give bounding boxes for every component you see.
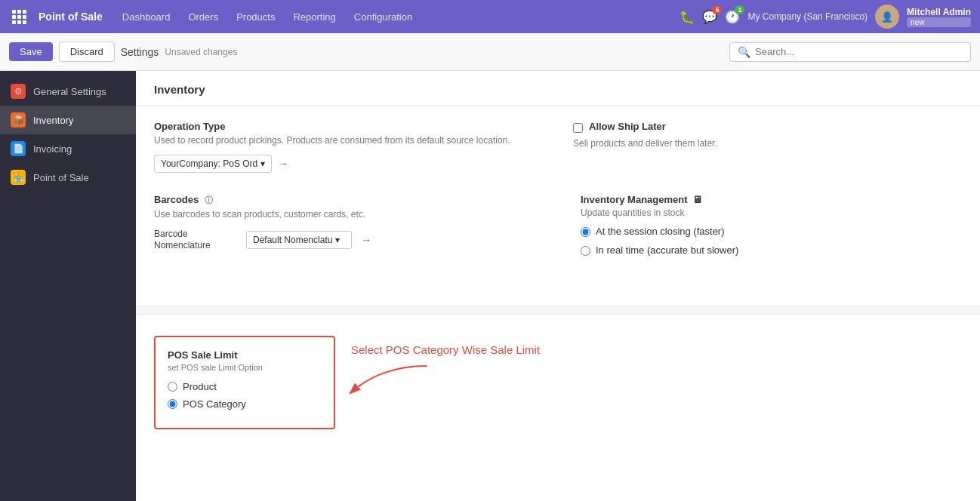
radio-real-time[interactable]: In real time (accurate but slower) <box>581 244 962 256</box>
nomenclature-chevron-icon: ▾ <box>335 235 340 245</box>
sidebar-item-label: Point of Sale <box>33 172 89 183</box>
radio-session-closing-label: At the session closing (faster) <box>596 226 725 237</box>
barcodes-label: Barcodes ⓘ <box>154 194 535 206</box>
barcodes-desc: Use barcodes to scan products, customer … <box>154 208 535 221</box>
general-settings-icon: ⚙ <box>11 84 26 99</box>
pos-sale-limit-section: POS Sale Limit set POS sale Limit Option… <box>136 321 980 444</box>
sidebar-item-label: Inventory <box>33 115 73 126</box>
sidebar-item-inventory[interactable]: 📦 Inventory <box>0 106 136 134</box>
bug-icon[interactable]: 🐛 <box>680 10 695 24</box>
top-nav: Point of Sale Dashboard Orders Products … <box>0 0 980 33</box>
radio-pos-category-input[interactable] <box>168 399 177 409</box>
dropdown-chevron-icon: ▾ <box>260 158 265 169</box>
annotation-container: Select POS Category Wise Sale Limit <box>336 362 434 407</box>
radio-real-time-input[interactable] <box>581 246 590 256</box>
settings-content: Operation Type Used to record product pi… <box>136 106 980 300</box>
operation-type-label: Operation Type <box>154 121 543 132</box>
col-allow-ship-later: Allow Ship Later Sell products and deliv… <box>573 121 962 173</box>
operation-type-field: YourCompany: PoS Ord ▾ → <box>154 155 543 173</box>
sub-toolbar: Save Discard Settings Unsaved changes 🔍 <box>0 33 980 71</box>
search-icon: 🔍 <box>738 46 750 58</box>
section-title: Inventory <box>136 71 980 106</box>
nav-brand[interactable]: Point of Sale <box>39 11 103 23</box>
col-inventory-management: Inventory Management 🖥 Update quantities… <box>566 194 962 263</box>
nav-item-orders[interactable]: Orders <box>180 8 226 26</box>
inv-mgmt-icon: 🖥 <box>692 194 702 205</box>
sidebar-item-pos[interactable]: 🏪 Point of Sale <box>0 163 136 192</box>
operation-type-desc: Used to record product pickings. Product… <box>154 134 543 147</box>
messages-badge: 5 <box>712 5 722 14</box>
radio-product-input[interactable] <box>168 382 177 392</box>
radio-real-time-label: In real time (accurate but slower) <box>596 244 738 256</box>
allow-ship-later-row: Allow Ship Later <box>573 121 962 134</box>
user-role-badge: new <box>907 17 971 27</box>
main-layout: ⚙ General Settings 📦 Inventory 📄 Invoici… <box>0 71 980 501</box>
nav-item-configuration[interactable]: Configuration <box>347 8 420 26</box>
inventory-icon: 📦 <box>11 112 26 128</box>
save-button[interactable]: Save <box>9 42 53 61</box>
sidebar-item-invoicing[interactable]: 📄 Invoicing <box>0 134 136 163</box>
content-area: Inventory Operation Type Used to record … <box>136 71 980 501</box>
barcode-nomenclature-label: Barcode Nomenclature <box>154 229 237 252</box>
operation-type-link-icon[interactable]: → <box>278 158 288 170</box>
search-box[interactable]: 🔍 <box>729 42 971 62</box>
col-barcodes: Barcodes ⓘ Use barcodes to scan products… <box>154 194 535 263</box>
operation-type-dropdown[interactable]: YourCompany: PoS Ord ▾ <box>154 155 272 173</box>
nav-item-products[interactable]: Products <box>229 8 282 26</box>
user-info[interactable]: Mitchell Admin new <box>907 7 971 27</box>
nomenclature-link-icon[interactable]: → <box>361 234 371 246</box>
pos-icon: 🏪 <box>11 170 26 185</box>
activity-badge: 1 <box>735 5 744 14</box>
apps-menu-icon[interactable] <box>9 7 29 27</box>
invoicing-icon: 📄 <box>11 141 26 156</box>
radio-pos-category-label: POS Category <box>183 398 246 410</box>
allow-ship-later-label: Allow Ship Later <box>589 121 666 132</box>
radio-product-label: Product <box>183 381 217 392</box>
settings-label: Settings <box>121 46 159 58</box>
barcodes-info-icon: ⓘ <box>205 195 213 204</box>
company-name[interactable]: My Company (San Francisco) <box>747 11 868 22</box>
annotation-arrow <box>336 362 434 407</box>
pos-sale-limit-box: POS Sale Limit set POS sale Limit Option… <box>154 336 335 429</box>
barcode-nomenclature-field: Barcode Nomenclature Default Nomenclatu … <box>154 229 535 252</box>
annotation-text: Select POS Category Wise Sale Limit <box>351 343 540 356</box>
allow-ship-later-checkbox[interactable] <box>573 123 583 133</box>
messages-icon[interactable]: 💬 5 <box>702 10 717 24</box>
sidebar-item-label: General Settings <box>33 86 106 97</box>
col-operation-type: Operation Type Used to record product pi… <box>154 121 543 173</box>
radio-product-option[interactable]: Product <box>168 381 322 392</box>
sidebar: ⚙ General Settings 📦 Inventory 📄 Invoici… <box>0 71 136 501</box>
row-operation-type: Operation Type Used to record product pi… <box>154 121 962 173</box>
sidebar-item-label: Invoicing <box>33 143 72 155</box>
row-barcodes: Barcodes ⓘ Use barcodes to scan products… <box>154 194 962 263</box>
nav-item-reporting[interactable]: Reporting <box>285 8 343 26</box>
activity-icon[interactable]: 🕐 1 <box>725 10 740 24</box>
user-name: Mitchell Admin <box>907 7 971 17</box>
operation-type-value: YourCompany: PoS Ord <box>161 158 257 169</box>
nav-item-dashboard[interactable]: Dashboard <box>115 8 178 26</box>
pos-sale-limit-box-desc: set POS sale Limit Option <box>168 363 322 372</box>
search-input[interactable] <box>755 46 963 57</box>
inv-mgmt-desc: Update quantities in stock <box>581 207 962 218</box>
discard-button[interactable]: Discard <box>59 41 115 62</box>
nav-right: 🐛 💬 5 🕐 1 My Company (San Francisco) 👤 M… <box>680 5 971 29</box>
inv-mgmt-title: Inventory Management 🖥 <box>581 194 962 205</box>
section-divider <box>136 306 980 315</box>
radio-session-closing[interactable]: At the session closing (faster) <box>581 226 962 237</box>
inv-mgmt-radio-group: At the session closing (faster) In real … <box>581 226 962 256</box>
pos-sale-limit-box-title: POS Sale Limit <box>168 349 322 361</box>
barcode-nomenclature-dropdown[interactable]: Default Nomenclatu ▾ <box>246 231 352 249</box>
avatar[interactable]: 👤 <box>875 5 899 29</box>
radio-pos-category-option[interactable]: POS Category <box>168 398 322 410</box>
sidebar-item-general-settings[interactable]: ⚙ General Settings <box>0 77 136 106</box>
radio-session-closing-input[interactable] <box>581 227 590 237</box>
allow-ship-later-desc: Sell products and deliver them later. <box>573 137 962 150</box>
unsaved-changes-label: Unsaved changes <box>165 47 237 57</box>
barcode-nomenclature-value: Default Nomenclatu <box>253 235 332 245</box>
